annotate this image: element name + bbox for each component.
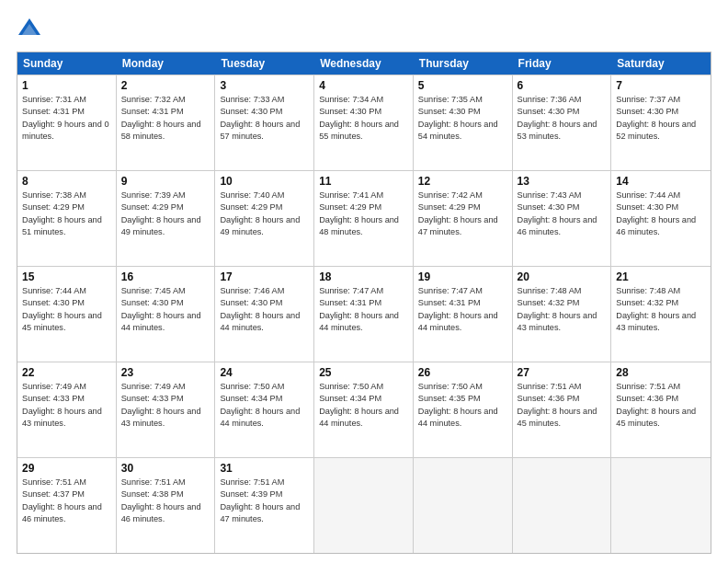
- calendar-cell: 13Sunrise: 7:43 AMSunset: 4:30 PMDayligh…: [513, 171, 612, 266]
- calendar-cell: 4Sunrise: 7:34 AMSunset: 4:30 PMDaylight…: [314, 75, 414, 170]
- page: SundayMondayTuesdayWednesdayThursdayFrid…: [0, 0, 728, 563]
- day-info: Sunrise: 7:34 AMSunset: 4:30 PMDaylight:…: [319, 94, 408, 143]
- day-info: Sunrise: 7:32 AMSunset: 4:31 PMDaylight:…: [121, 94, 210, 143]
- day-info: Sunrise: 7:44 AMSunset: 4:30 PMDaylight:…: [616, 190, 706, 238]
- calendar-cell: 7Sunrise: 7:37 AMSunset: 4:30 PMDaylight…: [611, 75, 711, 170]
- calendar-cell: 5Sunrise: 7:35 AMSunset: 4:30 PMDaylight…: [414, 75, 513, 170]
- header: [17, 17, 711, 42]
- day-info: Sunrise: 7:31 AMSunset: 4:31 PMDaylight:…: [22, 94, 111, 143]
- day-info: Sunrise: 7:46 AMSunset: 4:30 PMDaylight:…: [220, 285, 309, 334]
- day-info: Sunrise: 7:38 AMSunset: 4:29 PMDaylight:…: [22, 190, 111, 238]
- day-info: Sunrise: 7:39 AMSunset: 4:29 PMDaylight:…: [121, 190, 210, 238]
- calendar-cell: 18Sunrise: 7:47 AMSunset: 4:31 PMDayligh…: [314, 267, 414, 362]
- day-info: Sunrise: 7:37 AMSunset: 4:30 PMDaylight:…: [616, 94, 706, 143]
- calendar-weekday: Thursday: [414, 52, 513, 75]
- calendar-cell: [611, 458, 711, 553]
- calendar-cell: 17Sunrise: 7:46 AMSunset: 4:30 PMDayligh…: [215, 267, 314, 362]
- day-info: Sunrise: 7:50 AMSunset: 4:34 PMDaylight:…: [319, 381, 408, 430]
- day-number: 27: [518, 366, 607, 379]
- day-number: 6: [518, 79, 607, 92]
- calendar-cell: 23Sunrise: 7:49 AMSunset: 4:33 PMDayligh…: [117, 362, 216, 457]
- day-number: 22: [22, 366, 111, 379]
- day-info: Sunrise: 7:47 AMSunset: 4:31 PMDaylight:…: [319, 285, 408, 334]
- day-number: 15: [22, 270, 111, 283]
- day-info: Sunrise: 7:48 AMSunset: 4:32 PMDaylight:…: [518, 285, 607, 334]
- day-info: Sunrise: 7:51 AMSunset: 4:36 PMDaylight:…: [518, 381, 607, 430]
- calendar-week: 29Sunrise: 7:51 AMSunset: 4:37 PMDayligh…: [17, 457, 711, 553]
- day-number: 10: [220, 175, 309, 188]
- day-number: 18: [319, 270, 408, 283]
- calendar-weekday: Saturday: [611, 52, 711, 75]
- calendar-cell: [314, 458, 414, 553]
- day-number: 20: [518, 270, 607, 283]
- day-info: Sunrise: 7:40 AMSunset: 4:29 PMDaylight:…: [220, 190, 309, 238]
- calendar-cell: 25Sunrise: 7:50 AMSunset: 4:34 PMDayligh…: [314, 362, 414, 457]
- calendar-weekday: Friday: [513, 52, 612, 75]
- calendar-cell: 12Sunrise: 7:42 AMSunset: 4:29 PMDayligh…: [414, 171, 513, 266]
- day-number: 13: [518, 175, 607, 188]
- day-info: Sunrise: 7:51 AMSunset: 4:39 PMDaylight:…: [220, 477, 309, 525]
- calendar-cell: 24Sunrise: 7:50 AMSunset: 4:34 PMDayligh…: [215, 362, 314, 457]
- calendar-cell: 6Sunrise: 7:36 AMSunset: 4:30 PMDaylight…: [513, 75, 612, 170]
- day-number: 28: [616, 366, 706, 379]
- calendar-week: 8Sunrise: 7:38 AMSunset: 4:29 PMDaylight…: [17, 170, 711, 266]
- day-info: Sunrise: 7:44 AMSunset: 4:30 PMDaylight:…: [22, 285, 111, 334]
- day-number: 19: [418, 270, 507, 283]
- calendar-cell: 14Sunrise: 7:44 AMSunset: 4:30 PMDayligh…: [611, 171, 711, 266]
- day-number: 17: [220, 270, 309, 283]
- calendar-header: SundayMondayTuesdayWednesdayThursdayFrid…: [17, 52, 711, 75]
- calendar-cell: 30Sunrise: 7:51 AMSunset: 4:38 PMDayligh…: [117, 458, 216, 553]
- day-info: Sunrise: 7:51 AMSunset: 4:38 PMDaylight:…: [121, 477, 210, 525]
- day-number: 25: [319, 366, 408, 379]
- day-number: 12: [418, 175, 507, 188]
- calendar-cell: 8Sunrise: 7:38 AMSunset: 4:29 PMDaylight…: [17, 171, 117, 266]
- calendar-cell: [414, 458, 513, 553]
- day-number: 26: [418, 366, 507, 379]
- calendar-cell: 27Sunrise: 7:51 AMSunset: 4:36 PMDayligh…: [513, 362, 612, 457]
- calendar-cell: 16Sunrise: 7:45 AMSunset: 4:30 PMDayligh…: [117, 267, 216, 362]
- day-info: Sunrise: 7:49 AMSunset: 4:33 PMDaylight:…: [121, 381, 210, 430]
- day-number: 29: [22, 462, 111, 475]
- calendar-cell: 19Sunrise: 7:47 AMSunset: 4:31 PMDayligh…: [414, 267, 513, 362]
- calendar-week: 1Sunrise: 7:31 AMSunset: 4:31 PMDaylight…: [17, 75, 711, 170]
- calendar-weekday: Tuesday: [215, 52, 314, 75]
- day-info: Sunrise: 7:36 AMSunset: 4:30 PMDaylight:…: [518, 94, 607, 143]
- calendar-cell: 2Sunrise: 7:32 AMSunset: 4:31 PMDaylight…: [117, 75, 216, 170]
- logo: [17, 17, 46, 42]
- day-number: 21: [616, 270, 706, 283]
- day-info: Sunrise: 7:33 AMSunset: 4:30 PMDaylight:…: [220, 94, 309, 143]
- calendar-cell: 29Sunrise: 7:51 AMSunset: 4:37 PMDayligh…: [17, 458, 117, 553]
- day-number: 23: [121, 366, 210, 379]
- day-number: 14: [616, 175, 706, 188]
- calendar-cell: 26Sunrise: 7:50 AMSunset: 4:35 PMDayligh…: [414, 362, 513, 457]
- day-info: Sunrise: 7:47 AMSunset: 4:31 PMDaylight:…: [418, 285, 507, 334]
- day-number: 4: [319, 79, 408, 92]
- day-info: Sunrise: 7:50 AMSunset: 4:35 PMDaylight:…: [418, 381, 507, 430]
- day-number: 8: [22, 175, 111, 188]
- day-number: 2: [121, 79, 210, 92]
- day-number: 9: [121, 175, 210, 188]
- calendar-weekday: Monday: [117, 52, 216, 75]
- day-info: Sunrise: 7:45 AMSunset: 4:30 PMDaylight:…: [121, 285, 210, 334]
- calendar: SundayMondayTuesdayWednesdayThursdayFrid…: [17, 52, 711, 554]
- day-info: Sunrise: 7:50 AMSunset: 4:34 PMDaylight:…: [220, 381, 309, 430]
- day-info: Sunrise: 7:43 AMSunset: 4:30 PMDaylight:…: [518, 190, 607, 238]
- day-number: 1: [22, 79, 111, 92]
- day-info: Sunrise: 7:41 AMSunset: 4:29 PMDaylight:…: [319, 190, 408, 238]
- day-info: Sunrise: 7:51 AMSunset: 4:37 PMDaylight:…: [22, 477, 111, 525]
- day-number: 5: [418, 79, 507, 92]
- day-number: 3: [220, 79, 309, 92]
- day-number: 31: [220, 462, 309, 475]
- day-info: Sunrise: 7:51 AMSunset: 4:36 PMDaylight:…: [616, 381, 706, 430]
- calendar-weekday: Sunday: [17, 52, 117, 75]
- calendar-cell: 3Sunrise: 7:33 AMSunset: 4:30 PMDaylight…: [215, 75, 314, 170]
- calendar-body: 1Sunrise: 7:31 AMSunset: 4:31 PMDaylight…: [17, 75, 711, 553]
- day-info: Sunrise: 7:49 AMSunset: 4:33 PMDaylight:…: [22, 381, 111, 430]
- calendar-cell: 1Sunrise: 7:31 AMSunset: 4:31 PMDaylight…: [17, 75, 117, 170]
- calendar-cell: 11Sunrise: 7:41 AMSunset: 4:29 PMDayligh…: [314, 171, 414, 266]
- day-number: 11: [319, 175, 408, 188]
- calendar-cell: 15Sunrise: 7:44 AMSunset: 4:30 PMDayligh…: [17, 267, 117, 362]
- day-info: Sunrise: 7:35 AMSunset: 4:30 PMDaylight:…: [418, 94, 507, 143]
- day-info: Sunrise: 7:48 AMSunset: 4:32 PMDaylight:…: [616, 285, 706, 334]
- calendar-cell: 22Sunrise: 7:49 AMSunset: 4:33 PMDayligh…: [17, 362, 117, 457]
